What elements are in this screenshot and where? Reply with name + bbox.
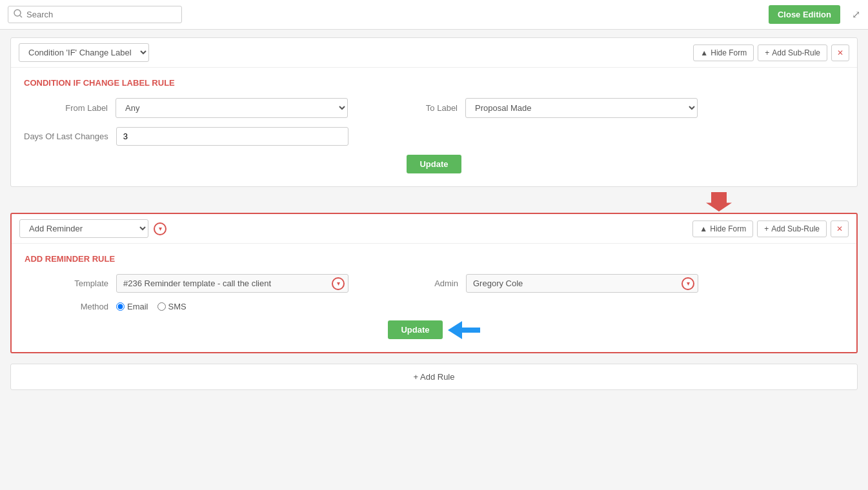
add-rule-label: + Add Rule — [414, 372, 455, 382]
to-label-select[interactable]: Proposal Made — [465, 98, 698, 118]
reminder-section: Add Reminder ▾ ▲ Hide Form + Add Sub-Rul… — [10, 213, 858, 353]
template-admin-row: Template #236 Reminder template - call t… — [25, 274, 843, 293]
admin-select-wrapper: Gregory Cole ▾ — [466, 274, 698, 293]
reminder-header-actions: ▲ Hide Form + Add Sub-Rule ✕ — [692, 220, 849, 237]
from-label-select[interactable]: Any — [116, 98, 348, 118]
to-label-text: To Label — [374, 103, 458, 113]
reminder-update-row: Update — [25, 320, 843, 339]
reminder-rule-title: ADD REMINDER RULE — [25, 254, 843, 264]
email-radio-label[interactable]: Email — [116, 302, 148, 311]
condition-type-select[interactable]: Condition 'IF' Change Label — [19, 43, 149, 62]
condition-hide-form-button[interactable]: ▲ Hide Form — [693, 44, 754, 61]
template-label-text: Template — [25, 279, 108, 288]
condition-rule-title: CONDITION IF CHANGE LABEL RULE — [24, 78, 844, 88]
label-row: From Label Any To Label Proposal Made — [24, 98, 844, 118]
admin-select[interactable]: Gregory Cole — [466, 274, 698, 293]
expand-icon[interactable]: ⤢ — [852, 8, 860, 21]
search-wrapper — [8, 6, 182, 23]
from-label-text: From Label — [24, 103, 108, 113]
condition-section-header: Condition 'IF' Change Label ▲ Hide Form … — [11, 38, 857, 68]
method-label-text: Method — [25, 302, 108, 311]
email-radio[interactable] — [116, 302, 125, 311]
method-row: Method Email SMS — [25, 302, 843, 311]
top-bar: Close Edition ⤢ — [0, 0, 868, 30]
plus-icon: + — [765, 48, 769, 57]
reminder-circle-arrow[interactable]: ▾ — [154, 222, 167, 235]
reminder-select-wrapper: Add Reminder ▾ — [19, 219, 167, 238]
reminder-hide-form-button[interactable]: ▲ Hide Form — [692, 220, 753, 237]
condition-remove-button[interactable]: ✕ — [831, 44, 849, 61]
from-label-col: From Label Any — [24, 98, 348, 118]
condition-update-row: Update — [24, 155, 844, 173]
reminder-section-header: Add Reminder ▾ ▲ Hide Form + Add Sub-Rul… — [12, 214, 856, 244]
admin-label-text: Admin — [374, 279, 458, 288]
condition-update-button[interactable]: Update — [407, 155, 461, 173]
svg-line-1 — [20, 15, 22, 17]
reminder-type-select[interactable]: Add Reminder — [19, 219, 148, 238]
search-icon — [14, 9, 23, 20]
to-label-col: To Label Proposal Made — [374, 98, 698, 118]
template-select-wrapper: #236 Reminder template - call the client… — [116, 274, 348, 293]
close-edition-button[interactable]: Close Edition — [769, 5, 840, 24]
condition-header-actions: ▲ Hide Form + Add Sub-Rule ✕ — [693, 44, 849, 61]
condition-section: Condition 'IF' Change Label ▲ Hide Form … — [10, 37, 858, 187]
blue-arrow-container — [448, 321, 480, 339]
reminder-triangle-up-icon: ▲ — [700, 224, 707, 233]
reminder-section-body: ADD REMINDER RULE Template #236 Reminder… — [12, 244, 856, 352]
blue-left-arrow — [448, 321, 462, 339]
days-row: Days Of Last Changes — [24, 127, 844, 146]
times-icon: ✕ — [837, 48, 843, 57]
triangle-up-icon: ▲ — [700, 48, 708, 57]
days-input[interactable] — [116, 127, 348, 146]
admin-col: Admin Gregory Cole ▾ — [374, 274, 698, 293]
days-label-text: Days Of Last Changes — [24, 132, 108, 141]
sms-radio[interactable] — [157, 302, 166, 311]
reminder-remove-button[interactable]: ✕ — [831, 220, 849, 237]
reminder-plus-icon: + — [764, 224, 769, 233]
condition-section-body: CONDITION IF CHANGE LABEL RULE From Labe… — [11, 68, 857, 186]
reminder-add-sub-rule-button[interactable]: + Add Sub-Rule — [757, 220, 827, 237]
reminder-update-button[interactable]: Update — [388, 320, 442, 339]
condition-add-sub-rule-button[interactable]: + Add Sub-Rule — [758, 44, 827, 61]
add-rule-bar[interactable]: + Add Rule — [10, 364, 858, 390]
update-with-arrow-container: Update — [388, 320, 479, 339]
sms-radio-label[interactable]: SMS — [157, 302, 187, 311]
reminder-times-icon: ✕ — [836, 224, 843, 233]
arrow-indicator-container — [10, 192, 858, 211]
template-select[interactable]: #236 Reminder template - call the client — [116, 274, 348, 293]
search-input[interactable] — [26, 10, 176, 19]
method-radio-group: Email SMS — [116, 302, 187, 311]
red-down-arrow — [706, 192, 732, 211]
template-col: Template #236 Reminder template - call t… — [25, 274, 348, 293]
blue-arrow-tail — [461, 328, 480, 333]
main-content: Condition 'IF' Change Label ▲ Hide Form … — [0, 30, 868, 398]
red-arrow-indicator — [706, 192, 732, 211]
svg-point-0 — [14, 10, 21, 16]
